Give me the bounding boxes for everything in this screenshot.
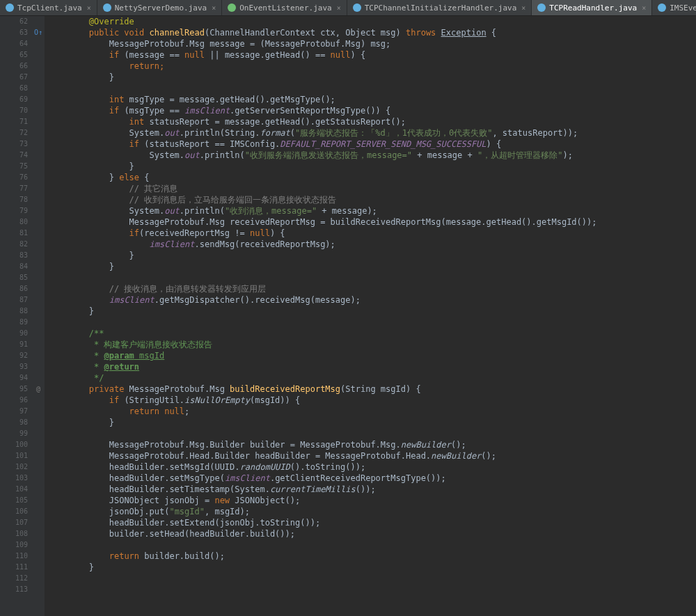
line-number: 106 bbox=[3, 506, 28, 517]
java-file-icon bbox=[6, 3, 14, 12]
line-number: 82 bbox=[3, 239, 28, 250]
line-number: 104 bbox=[3, 484, 28, 495]
line-number: 107 bbox=[3, 517, 28, 528]
tab-tcpclient-java[interactable]: TcpClient.java× bbox=[0, 0, 97, 15]
line-number: 74 bbox=[3, 150, 28, 161]
method-buildReceivedReportMsg: buildReceivedReportMsg bbox=[230, 384, 340, 394]
tab-tcpchannelinitializerhandler-java[interactable]: TCPChannelInitializerHandler.java× bbox=[347, 0, 532, 15]
line-number: 75 bbox=[3, 161, 28, 172]
line-number: 99 bbox=[3, 428, 28, 439]
line-number: 79 bbox=[3, 205, 28, 216]
tab-label: TCPChannelInitializerHandler.java bbox=[365, 3, 517, 13]
line-number: 84 bbox=[3, 261, 28, 272]
line-number: 77 bbox=[3, 183, 28, 194]
line-number: 64 bbox=[3, 38, 28, 49]
override-icon: O↑ bbox=[32, 27, 45, 38]
line-number: 92 bbox=[3, 350, 28, 361]
close-icon[interactable]: × bbox=[642, 4, 646, 12]
tab-label: OnEventListener.java bbox=[239, 3, 331, 13]
line-number: 98 bbox=[3, 417, 28, 428]
code-area[interactable]: @Override public void channelRead(Channe… bbox=[45, 16, 696, 616]
java-file-icon bbox=[658, 3, 666, 12]
tab-label: TCPReadHandler.java bbox=[549, 3, 637, 13]
line-number: 87 bbox=[3, 294, 28, 306]
close-icon[interactable]: × bbox=[521, 4, 525, 12]
line-number: 95 bbox=[3, 384, 28, 395]
close-icon[interactable]: × bbox=[212, 4, 216, 12]
tab-label: TcpClient.java bbox=[17, 3, 82, 13]
suppress-icon: @ bbox=[32, 384, 45, 395]
line-number: 108 bbox=[3, 528, 28, 539]
code-editor[interactable]: 6263646566676869707172737475767778798081… bbox=[0, 16, 696, 616]
line-number: 112 bbox=[3, 573, 28, 584]
method-channelRead: channelRead bbox=[150, 28, 205, 38]
editor-tabs: TcpClient.java×NettyServerDemo.java×OnEv… bbox=[0, 0, 696, 16]
line-number: 89 bbox=[3, 317, 28, 328]
line-number-gutter: 6263646566676869707172737475767778798081… bbox=[0, 16, 32, 616]
line-number: 105 bbox=[3, 495, 28, 506]
line-number: 69 bbox=[3, 94, 28, 105]
line-number: 66 bbox=[3, 61, 28, 72]
annotation-override: @Override bbox=[89, 17, 134, 26]
close-icon[interactable]: × bbox=[337, 4, 341, 12]
gutter-marks: O↑@ bbox=[32, 16, 45, 616]
line-number: 81 bbox=[3, 228, 28, 239]
tab-nettyserverdemo-java[interactable]: NettyServerDemo.java× bbox=[97, 0, 222, 15]
line-number: 111 bbox=[3, 562, 28, 573]
line-number: 62 bbox=[3, 16, 28, 27]
java-file-icon bbox=[103, 3, 111, 12]
line-number: 78 bbox=[3, 194, 28, 205]
line-number: 80 bbox=[3, 216, 28, 228]
java-file-icon bbox=[537, 3, 546, 12]
line-number: 71 bbox=[3, 116, 28, 127]
line-number: 72 bbox=[3, 127, 28, 139]
line-number: 63 bbox=[3, 27, 28, 38]
line-number: 88 bbox=[3, 306, 28, 317]
close-icon[interactable]: × bbox=[87, 4, 91, 12]
line-number: 90 bbox=[3, 328, 28, 339]
tab-label: NettyServerDemo.java bbox=[115, 3, 207, 13]
line-number: 102 bbox=[3, 461, 28, 473]
line-number: 86 bbox=[3, 283, 28, 294]
line-number: 94 bbox=[3, 372, 28, 384]
line-number: 101 bbox=[3, 450, 28, 461]
line-number: 97 bbox=[3, 406, 28, 417]
tab-oneventlistener-java[interactable]: OnEventListener.java× bbox=[222, 0, 347, 15]
line-number: 65 bbox=[3, 49, 28, 61]
line-number: 83 bbox=[3, 250, 28, 261]
tab-imseventlistener-java[interactable]: IMSEventListener.java× bbox=[652, 0, 696, 15]
line-number: 67 bbox=[3, 72, 28, 83]
tab-label: IMSEventListener.java bbox=[670, 3, 696, 13]
line-number: 103 bbox=[3, 473, 28, 484]
line-number: 73 bbox=[3, 139, 28, 150]
line-number: 91 bbox=[3, 339, 28, 350]
line-number: 109 bbox=[3, 539, 28, 551]
java-file-icon bbox=[353, 3, 361, 12]
line-number: 70 bbox=[3, 105, 28, 116]
line-number: 113 bbox=[3, 584, 28, 595]
line-number: 100 bbox=[3, 439, 28, 450]
line-number: 96 bbox=[3, 395, 28, 406]
line-number: 68 bbox=[3, 83, 28, 94]
java-file-icon bbox=[228, 3, 236, 12]
line-number: 85 bbox=[3, 272, 28, 283]
line-number: 93 bbox=[3, 361, 28, 372]
tab-tcpreadhandler-java[interactable]: TCPReadHandler.java× bbox=[532, 0, 652, 15]
line-number: 76 bbox=[3, 172, 28, 183]
line-number: 110 bbox=[3, 551, 28, 562]
